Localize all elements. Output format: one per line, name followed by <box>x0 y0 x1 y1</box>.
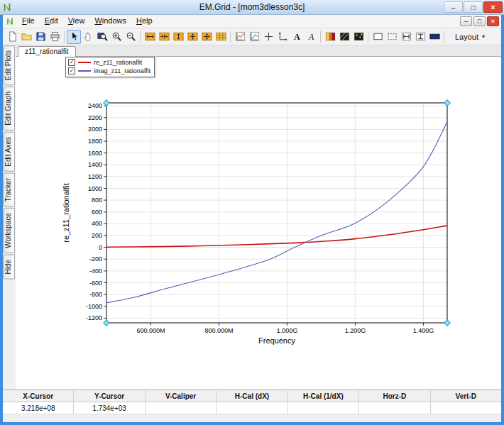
svg-text:1000: 1000 <box>88 185 102 192</box>
minimize-button[interactable]: – <box>444 1 463 13</box>
grid-settings-button[interactable] <box>214 30 228 44</box>
line-color-button[interactable] <box>427 30 442 44</box>
chart-canvas[interactable]: -1200-1000-800-600-400-20002004006008001… <box>16 57 501 390</box>
add-marker-button[interactable] <box>261 30 275 44</box>
toolbar-separator <box>140 31 141 43</box>
toolbar-separator <box>368 31 368 43</box>
svg-text:800: 800 <box>92 197 102 204</box>
zoom-window-button[interactable] <box>95 30 109 44</box>
cursor-value <box>359 402 430 414</box>
cmap-icon <box>325 31 336 42</box>
v-caliper-button[interactable] <box>413 30 427 44</box>
window-controls: – □ × <box>443 1 504 13</box>
expand-x-button[interactable] <box>143 30 157 44</box>
status-bar <box>3 414 501 422</box>
colormap-button[interactable] <box>323 30 337 44</box>
cursor-col-header: Horz-D <box>359 390 430 402</box>
vcal-icon <box>415 31 426 42</box>
close-button[interactable]: × <box>483 1 503 13</box>
menu-file[interactable]: File <box>17 15 40 28</box>
overlay-plot-button[interactable] <box>247 30 261 44</box>
menubar: FileEditViewWindowsHelp – □ × <box>3 15 501 28</box>
select-region-button[interactable] <box>385 30 399 44</box>
save-icon <box>35 31 46 42</box>
shrink-x-button[interactable] <box>157 30 171 44</box>
h-caliper-button[interactable] <box>399 30 413 44</box>
vexpand-icon <box>173 31 184 42</box>
mdi-close-button[interactable]: × <box>487 16 499 26</box>
zoom-out-button[interactable] <box>124 30 138 44</box>
hand-icon <box>83 31 94 42</box>
cursor-table-value-row: 3.218e+081.734e+03 <box>3 402 501 414</box>
cursor-col-header: Y-Cursor <box>74 390 145 402</box>
side-tab-edit-graph[interactable]: Edit Graph <box>3 87 15 131</box>
svg-text:800.000M: 800.000M <box>204 327 233 334</box>
folder-icon <box>21 31 32 42</box>
cursor-value <box>431 402 501 414</box>
layout-dropdown[interactable]: Layout▾ <box>450 30 490 44</box>
svg-text:re_z11_rationalfit: re_z11_rationalfit <box>62 183 70 243</box>
svg-text:600: 600 <box>92 209 102 216</box>
titlebar: EM.Grid - [mom3dlesson3c] – □ × <box>0 0 504 15</box>
tab-z11-rationalfit[interactable]: z11_rationalfit <box>18 46 76 57</box>
svg-text:2000: 2000 <box>88 126 102 133</box>
save-button[interactable] <box>33 30 48 44</box>
chart2-icon <box>249 31 260 42</box>
mdi-minimize-button[interactable]: – <box>460 16 472 26</box>
doc-icon <box>7 31 18 42</box>
hshrink-icon <box>159 31 170 42</box>
main-area: Edit PlotsEdit GraphEdit AxesTrackerWork… <box>3 45 501 390</box>
layout-dropdown-label: Layout <box>455 33 478 41</box>
toolbar-separator <box>444 31 444 43</box>
legend-checkbox[interactable]: ✓ <box>68 59 75 66</box>
svg-text:-1200: -1200 <box>86 314 102 321</box>
rect-icon <box>373 31 383 42</box>
svg-text:0: 0 <box>99 244 102 251</box>
print-button[interactable] <box>48 30 62 44</box>
chart-legend: ✓re_z11_rationalfit✓imag_z11_rationalfit <box>65 57 155 77</box>
cursor-value <box>146 402 217 414</box>
add-text-button[interactable]: A <box>290 30 304 44</box>
pan-tool-button[interactable] <box>81 30 95 44</box>
hexpand-icon <box>145 31 155 42</box>
select-tool-button[interactable] <box>67 30 81 44</box>
svg-text:400: 400 <box>92 220 102 227</box>
zoom-in-button[interactable] <box>109 30 124 44</box>
cursor-col-header: X-Cursor <box>3 390 74 402</box>
expand-y-button[interactable] <box>171 30 185 44</box>
new-file-button[interactable] <box>5 30 19 44</box>
legend-checkbox[interactable]: ✓ <box>68 67 75 74</box>
mdi-restore-button[interactable]: □ <box>473 16 486 26</box>
fit-all-button[interactable] <box>199 30 214 44</box>
cursor-col-header: Vert-D <box>431 390 501 402</box>
side-tab-edit-axes[interactable]: Edit Axes <box>3 132 15 172</box>
plot-tab-bar: z11_rationalfit <box>16 45 501 57</box>
menu-help[interactable]: Help <box>131 15 158 28</box>
side-tab-workspace[interactable]: Workspace <box>3 208 15 253</box>
side-tab-tracker[interactable]: Tracker <box>3 173 15 207</box>
cursor-col-header: H-Cal (1/dX) <box>288 390 359 402</box>
legend-item: ✓re_z11_rationalfit <box>68 59 150 66</box>
open-file-button[interactable] <box>19 30 33 44</box>
menu-windows[interactable]: Windows <box>89 15 131 28</box>
svg-text:1200: 1200 <box>88 173 102 180</box>
side-tab-hide[interactable]: Hide <box>3 255 15 280</box>
draw-rectangle-button[interactable] <box>371 30 385 44</box>
cartesian-plot-button[interactable] <box>233 30 247 44</box>
chart-area[interactable]: ✓re_z11_rationalfit✓imag_z11_rationalfit… <box>16 57 501 390</box>
shrink-y-button[interactable] <box>185 30 199 44</box>
cursor-table-header-row: X-CursorY-CursorV-CaliperH-Cal (dX)H-Cal… <box>3 390 501 402</box>
svg-text:1.000G: 1.000G <box>277 327 298 334</box>
texture-fill-button[interactable] <box>351 30 366 44</box>
side-tab-edit-plots[interactable]: Edit Plots <box>3 45 15 85</box>
menu-view[interactable]: View <box>63 15 90 28</box>
cursor-readout-table: X-CursorY-CursorV-CaliperH-Cal (dX)H-Cal… <box>3 390 501 414</box>
cursor-col-header: V-Caliper <box>146 390 217 402</box>
menu-edit[interactable]: Edit <box>40 15 63 28</box>
edit-axes-button[interactable] <box>275 30 290 44</box>
maximize-button[interactable]: □ <box>464 1 483 13</box>
letterA-icon: A <box>292 31 302 42</box>
add-formula-button[interactable]: A <box>304 30 318 44</box>
pattern-fill-button[interactable] <box>337 30 351 44</box>
hcal-icon <box>401 31 412 42</box>
